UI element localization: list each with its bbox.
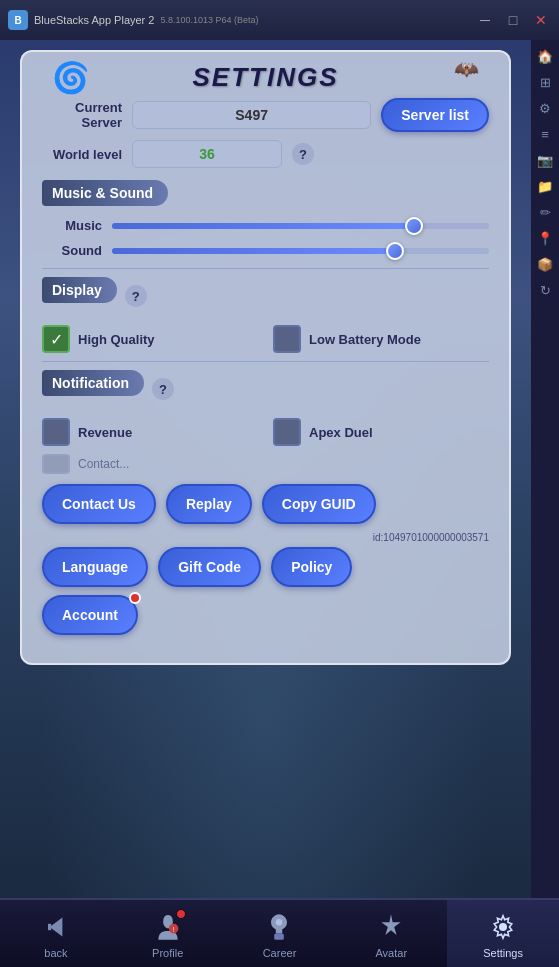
music-label: Music: [42, 218, 102, 233]
server-list-button[interactable]: Server list: [381, 98, 489, 132]
nav-item-career[interactable]: Career: [224, 900, 336, 967]
music-slider-fill: [112, 223, 414, 229]
avatar-icon-area: [373, 909, 409, 945]
nav-item-avatar[interactable]: Avatar: [335, 900, 447, 967]
action-buttons-section: Contact Us Replay Copy GUID id:104970100…: [42, 484, 489, 635]
sidebar-folder-icon[interactable]: 📁: [533, 174, 557, 198]
game-area: 🌀 Settings 🦇 CurrentServer S497 Server l…: [0, 40, 531, 898]
sidebar-brush-icon[interactable]: ✏: [533, 200, 557, 224]
copy-guid-button[interactable]: Copy GUID: [262, 484, 376, 524]
world-level-label: World level: [42, 147, 122, 162]
settings-title-area: 🌀 Settings 🦇: [22, 52, 509, 98]
notification-options-row: Revenue Apex Duel: [42, 418, 489, 446]
app-title: BlueStacks App Player 2: [34, 14, 154, 26]
nav-item-settings[interactable]: Settings: [447, 900, 559, 967]
nav-item-profile[interactable]: ! Profile: [112, 900, 224, 967]
low-battery-item: Low Battery Mode: [273, 325, 489, 353]
svg-rect-4: [275, 933, 285, 939]
current-server-label: CurrentServer: [42, 100, 122, 130]
account-btn-wrapper: Account: [42, 595, 138, 635]
avatar-nav-label: Avatar: [375, 947, 407, 959]
sidebar-camera-icon[interactable]: 📷: [533, 148, 557, 172]
sound-slider-thumb[interactable]: [386, 242, 404, 260]
guid-id-text: id:1049701000000003571: [42, 532, 489, 543]
low-battery-label: Low Battery Mode: [309, 332, 421, 347]
display-help-icon[interactable]: ?: [125, 285, 147, 307]
settings-nav-icon-area: [485, 909, 521, 945]
partial-checkbox: [42, 454, 70, 474]
svg-text:!: !: [172, 925, 174, 932]
settings-nav-label: Settings: [483, 947, 523, 959]
account-button[interactable]: Account: [42, 595, 138, 635]
notification-label: Notification: [52, 375, 129, 391]
apex-duel-label: Apex Duel: [309, 425, 373, 440]
sidebar-box-icon[interactable]: 📦: [533, 252, 557, 276]
world-level-value: 36: [132, 140, 282, 168]
revenue-checkbox[interactable]: [42, 418, 70, 446]
partial-label: Contact...: [78, 457, 129, 471]
sidebar-location-icon[interactable]: 📍: [533, 226, 557, 250]
profile-nav-label: Profile: [152, 947, 183, 959]
revenue-label: Revenue: [78, 425, 132, 440]
title-bar: B BlueStacks App Player 2 5.8.100.1013 P…: [0, 0, 559, 40]
profile-icon-area: !: [150, 909, 186, 945]
sound-slider-row: Sound: [42, 243, 489, 258]
sound-label: Sound: [42, 243, 102, 258]
nav-item-back[interactable]: back: [0, 900, 112, 967]
music-slider-row: Music: [42, 218, 489, 233]
svg-marker-0: [49, 917, 62, 936]
partial-notification-item: Contact...: [42, 454, 489, 474]
maximize-btn[interactable]: □: [503, 12, 523, 28]
divider-2: [42, 361, 489, 362]
language-button[interactable]: Language: [42, 547, 148, 587]
panel-body: CurrentServer S497 Server list World lev…: [22, 98, 509, 635]
settings-nav-icon: [487, 911, 519, 943]
display-section-header: Display ?: [42, 277, 489, 315]
svg-marker-6: [382, 914, 401, 935]
world-level-row: World level 36 ?: [42, 140, 489, 168]
sidebar-home-icon[interactable]: 🏠: [533, 44, 557, 68]
display-options-row: ✓ High Quality Low Battery Mode: [42, 325, 489, 353]
settings-bat-icon: 🦇: [454, 57, 479, 81]
back-icon-area: [38, 909, 74, 945]
contact-us-button[interactable]: Contact Us: [42, 484, 156, 524]
apex-duel-checkbox[interactable]: [273, 418, 301, 446]
policy-button[interactable]: Policy: [271, 547, 352, 587]
high-quality-item: ✓ High Quality: [42, 325, 258, 353]
minimize-btn[interactable]: ─: [475, 12, 495, 28]
sound-slider-fill: [112, 248, 395, 254]
career-nav-label: Career: [263, 947, 297, 959]
current-server-row: CurrentServer S497 Server list: [42, 98, 489, 132]
apex-duel-item: Apex Duel: [273, 418, 489, 446]
sidebar-multi-icon[interactable]: ⊞: [533, 70, 557, 94]
buttons-row-1: Contact Us Replay Copy GUID: [42, 484, 489, 524]
replay-button[interactable]: Replay: [166, 484, 252, 524]
settings-panel: 🌀 Settings 🦇 CurrentServer S497 Server l…: [20, 50, 511, 665]
svg-point-5: [276, 919, 282, 925]
music-sound-header: Music & Sound: [42, 180, 168, 206]
sidebar-rotate-icon[interactable]: ↻: [533, 278, 557, 302]
music-slider-thumb[interactable]: [405, 217, 423, 235]
gift-code-button[interactable]: Gift Code: [158, 547, 261, 587]
high-quality-checkbox[interactable]: ✓: [42, 325, 70, 353]
music-slider-track[interactable]: [112, 223, 489, 229]
sidebar-layers-icon[interactable]: ≡: [533, 122, 557, 146]
profile-notification-dot: [176, 909, 186, 919]
notification-help-icon[interactable]: ?: [152, 378, 174, 400]
display-header: Display: [42, 277, 117, 303]
window-controls: ─ □ ✕: [475, 12, 551, 28]
notification-header: Notification: [42, 370, 144, 396]
career-icon: [263, 911, 295, 943]
revenue-item: Revenue: [42, 418, 258, 446]
settings-logo-icon: 🌀: [52, 60, 89, 95]
close-btn[interactable]: ✕: [531, 12, 551, 28]
world-level-help-icon[interactable]: ?: [292, 143, 314, 165]
sound-slider-track[interactable]: [112, 248, 489, 254]
low-battery-checkbox[interactable]: [273, 325, 301, 353]
avatar-icon: [375, 911, 407, 943]
svg-rect-1: [48, 923, 51, 929]
sidebar-settings-icon[interactable]: ⚙: [533, 96, 557, 120]
buttons-row-2: Language Gift Code Policy: [42, 547, 489, 587]
divider-1: [42, 268, 489, 269]
app-version: 5.8.100.1013 P64 (Beta): [160, 15, 258, 25]
